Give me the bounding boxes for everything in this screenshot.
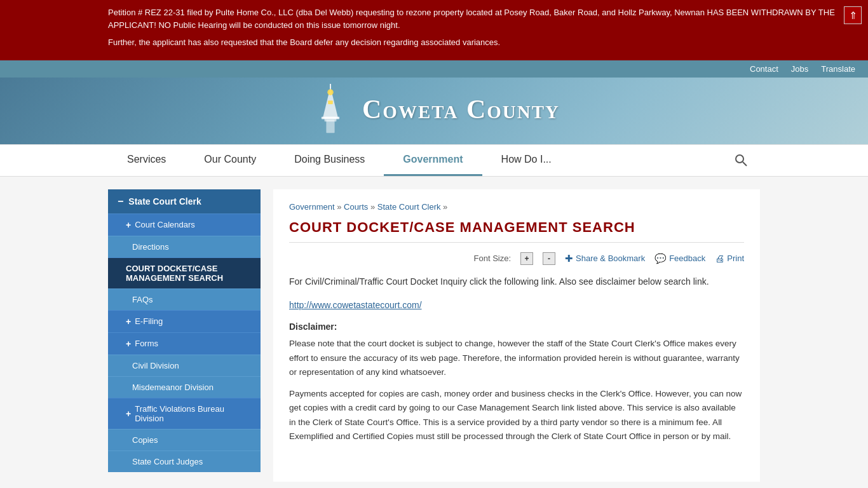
sidebar-item-label: Misdemeanor Division [132, 383, 214, 392]
sidebar: − State Court Clerk + Court Calendars Di… [108, 189, 261, 482]
sidebar-item-forms[interactable]: + Forms [108, 332, 261, 355]
breadcrumb-state-court-clerk[interactable]: State Court Clerk [377, 202, 441, 212]
logo-text: Coweta County [362, 94, 560, 125]
intro-text: For Civil/Criminal/Traffic Court Docket … [289, 274, 744, 288]
font-decrease-button[interactable]: - [543, 252, 555, 265]
jobs-link[interactable]: Jobs [791, 64, 808, 74]
expand-icon: + [126, 339, 131, 349]
svg-rect-0 [326, 119, 334, 133]
sidebar-item-efiling[interactable]: + E-Filing [108, 310, 261, 332]
sidebar-item-civil-division[interactable]: Civil Division [108, 355, 261, 376]
alert-line2: Further, the applicant has also requeste… [108, 36, 855, 49]
logo-icon [308, 84, 353, 135]
breadcrumb-government[interactable]: Government [289, 202, 335, 212]
sidebar-item-faqs[interactable]: FAQs [108, 288, 261, 310]
sidebar-item-label: FAQs [132, 295, 153, 304]
sidebar-item-directions[interactable]: Directions [108, 236, 261, 257]
page-layout: − State Court Clerk + Court Calendars Di… [0, 177, 868, 489]
sidebar-item-copies[interactable]: Copies [108, 429, 261, 451]
svg-line-8 [743, 162, 747, 166]
sidebar-item-label: COURT DOCKET/CASE MANAGEMENT SEARCH [126, 264, 251, 283]
logo-area: Coweta County [308, 84, 560, 135]
breadcrumb-courts[interactable]: Courts [344, 202, 368, 212]
sidebar-item-label: Directions [132, 242, 169, 252]
feedback-button[interactable]: 💬 Feedback [654, 253, 705, 264]
alert-banner: Petition # REZ 22-31 filed by Pulte Home… [0, 0, 868, 60]
sidebar-item-label: Forms [135, 339, 158, 348]
disclaimer-p2: Payments accepted for copies are cash, m… [289, 387, 744, 444]
feedback-icon: 💬 [654, 253, 667, 264]
court-docket-link[interactable]: http://www.cowetastatecourt.com/ [289, 300, 422, 310]
share-icon: ✚ [565, 253, 573, 264]
sidebar-item-label: Traffic Violations Bureau Division [135, 404, 251, 423]
nav-how-do-i[interactable]: How Do I... [482, 145, 571, 176]
site-header: Coweta County [0, 78, 868, 144]
expand-icon: + [126, 409, 131, 419]
nav-government[interactable]: Government [384, 145, 482, 176]
sidebar-item-label: Civil Division [132, 361, 179, 370]
expand-icon: + [126, 220, 131, 230]
print-button[interactable]: 🖨 Print [715, 253, 744, 264]
nav-search-button[interactable] [722, 145, 760, 176]
breadcrumb: Government » Courts » State Court Clerk … [289, 202, 744, 212]
svg-point-5 [327, 89, 333, 95]
nav-our-county[interactable]: Our County [185, 145, 275, 176]
share-bookmark-button[interactable]: ✚ Share & Bookmark [565, 253, 645, 264]
sidebar-item-label: Court Calendars [135, 220, 195, 229]
nav-services[interactable]: Services [108, 145, 185, 176]
sidebar-item-label: E-Filing [135, 316, 163, 326]
content-area: Government » Courts » State Court Clerk … [273, 189, 760, 482]
font-size-label: Font Size: [474, 254, 512, 263]
disclaimer-title: Disclaimer: [289, 322, 744, 332]
disclaimer-p1: Please note that the court docket is sub… [289, 337, 744, 379]
main-nav: Services Our County Doing Business Gover… [0, 144, 868, 177]
sidebar-item-court-docket[interactable]: COURT DOCKET/CASE MANAGEMENT SEARCH [108, 257, 261, 288]
sidebar-item-label: State Court Judges [132, 457, 203, 466]
sidebar-item-court-calendars[interactable]: + Court Calendars [108, 214, 261, 236]
search-icon [735, 154, 747, 166]
alert-line1: Petition # REZ 22-31 filed by Pulte Home… [108, 6, 855, 31]
sidebar-title[interactable]: − State Court Clerk [108, 189, 261, 214]
utility-bar: Contact Jobs Translate [0, 60, 868, 78]
svg-rect-3 [328, 100, 333, 104]
svg-rect-4 [322, 116, 339, 119]
sidebar-collapse-icon: − [118, 196, 123, 207]
alert-collapse-button[interactable]: ⇑ [844, 6, 862, 24]
sidebar-item-state-court-judges[interactable]: State Court Judges [108, 451, 261, 472]
page-title: COURT DOCKET/CASE MANAGEMENT SEARCH [289, 219, 744, 243]
sidebar-item-misdemeanor-division[interactable]: Misdemeanor Division [108, 376, 261, 398]
expand-icon: + [126, 316, 131, 327]
print-icon: 🖨 [715, 253, 724, 264]
content-toolbar: Font Size: + - ✚ Share & Bookmark 💬 Feed… [289, 252, 744, 265]
font-increase-button[interactable]: + [520, 252, 533, 265]
svg-point-7 [736, 155, 743, 163]
translate-link[interactable]: Translate [821, 64, 855, 74]
sidebar-item-label: Copies [132, 435, 158, 445]
sidebar-title-label: State Court Clerk [128, 196, 201, 207]
contact-link[interactable]: Contact [750, 64, 778, 74]
sidebar-item-traffic-violations[interactable]: + Traffic Violations Bureau Division [108, 398, 261, 429]
nav-doing-business[interactable]: Doing Business [275, 145, 384, 176]
